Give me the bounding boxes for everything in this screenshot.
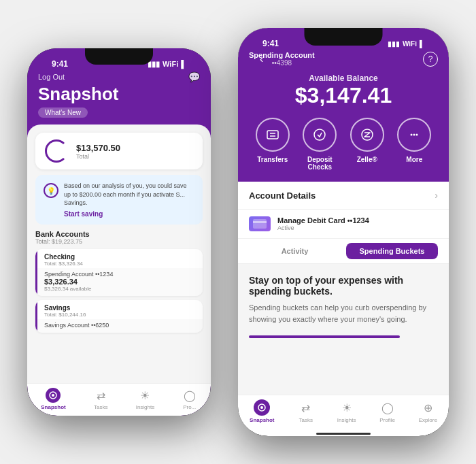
savings-light-icon: 💡 <box>44 183 58 198</box>
spending-description: Spending buckets can help you curb overs… <box>249 302 438 325</box>
nav-snapshot-right[interactable]: Snapshot <box>250 399 274 423</box>
time-left: 9:41 <box>52 59 68 69</box>
svg-point-9 <box>416 134 418 136</box>
savings-group[interactable]: Savings Total: $10,244.16 Savings Accoun… <box>35 300 203 333</box>
notch-right <box>305 28 383 46</box>
savings-account-item[interactable]: Savings Account ••6250 <box>35 319 203 333</box>
explore-label-right: Explore <box>419 417 437 423</box>
debit-card-row[interactable]: Manage Debit Card ••1234 Active <box>238 210 449 239</box>
total-label: Total <box>76 153 120 160</box>
svg-rect-2 <box>267 131 278 139</box>
account-number: ••4398 <box>249 59 315 67</box>
profile-nav-label: Pro... <box>183 404 196 410</box>
transfers-button[interactable]: Transfers <box>256 118 290 171</box>
deposit-checks-label: Deposit Checks <box>307 156 333 171</box>
debit-card-info: Manage Debit Card ••1234 Active <box>277 216 369 231</box>
nav-insights-right[interactable]: ☀ Insights <box>337 399 356 423</box>
zelle-button[interactable]: Zelle® <box>350 118 384 171</box>
snapshot-label-right: Snapshot <box>250 417 274 423</box>
signal-icon-right: ▮▮▮ <box>388 40 400 48</box>
debit-card-icon <box>249 216 271 231</box>
nav-insights-left[interactable]: ☀ Insights <box>136 388 155 410</box>
svg-point-7 <box>411 134 413 136</box>
home-indicator-right <box>316 433 371 435</box>
insights-nav-icon-right: ☀ <box>339 399 355 416</box>
tab-activity[interactable]: Activity <box>249 243 341 259</box>
insights-nav-icon: ☀ <box>137 388 152 403</box>
svg-point-8 <box>413 134 415 136</box>
snapshot-title: Snapshot <box>38 84 200 105</box>
wifi-icon: WiFi <box>163 60 178 68</box>
message-icon[interactable]: 💬 <box>188 71 200 82</box>
balance-ring-icon <box>45 139 68 163</box>
big-balance: $3,147.41 <box>249 83 438 108</box>
zelle-icon <box>350 118 384 152</box>
account-name: Spending Account <box>249 51 315 59</box>
tasks-nav-icon: ⇄ <box>93 388 108 403</box>
nav-snapshot-left[interactable]: Snapshot <box>41 388 65 410</box>
savings-promo-text: Based on our analysis of you, you could … <box>64 182 194 208</box>
status-icons-right: ▮▮▮ WiFi ▌ <box>388 40 424 48</box>
svg-point-13 <box>260 406 263 409</box>
spending-account-item[interactable]: Spending Account ••1234 $3,326.34 $3,326… <box>35 268 203 296</box>
zelle-label: Zelle® <box>357 156 377 163</box>
nav-profile-left[interactable]: ◯ Pro... <box>182 388 197 410</box>
tab-row: Activity Spending Buckets <box>238 239 449 264</box>
tasks-nav-icon-right: ⇄ <box>298 399 314 416</box>
spending-account-amount: $3,326.34 <box>44 278 196 286</box>
log-out-link[interactable]: Log Out <box>38 73 65 81</box>
nav-tasks-left[interactable]: ⇄ Tasks <box>93 388 108 410</box>
spending-title: Stay on top of your expenses with spendi… <box>249 275 438 297</box>
action-buttons: Transfers Deposit Checks <box>249 118 438 171</box>
svg-point-5 <box>314 129 325 140</box>
notch-left <box>85 48 153 65</box>
status-icons-left: ▮▮▮ WiFi ▌ <box>148 60 186 69</box>
available-label: Available Balance <box>249 73 438 83</box>
checking-name: Checking <box>44 253 196 261</box>
checking-group[interactable]: Checking Total: $3,326.34 Spending Accou… <box>35 249 203 296</box>
wifi-icon-right: WiFi <box>403 40 417 48</box>
checking-header: Checking Total: $3,326.34 <box>35 249 203 268</box>
back-button[interactable]: ‹ <box>260 53 263 65</box>
more-button[interactable]: More <box>397 118 431 171</box>
whats-new-badge[interactable]: What's New <box>38 107 88 118</box>
chevron-right-icon: › <box>435 190 438 201</box>
left-bottom-nav: Snapshot ⇄ Tasks ☀ Insights ◯ Pro... <box>27 383 211 416</box>
account-header-row: ‹ Spending Account ••4398 ? <box>249 51 438 67</box>
spending-progress-bar <box>249 335 400 338</box>
profile-nav-icon-right: ◯ <box>379 399 396 416</box>
more-icon <box>397 118 431 152</box>
snapshot-nav-icon <box>46 388 61 403</box>
savings-promo-card[interactable]: 💡 Based on our analysis of you, you coul… <box>35 175 203 225</box>
more-label: More <box>406 156 422 163</box>
battery-icon-right: ▌ <box>420 40 424 48</box>
nav-profile-right[interactable]: ◯ Profile <box>379 399 396 423</box>
debit-card-name: Manage Debit Card ••1234 <box>277 216 369 225</box>
account-title-block: Spending Account ••4398 <box>249 51 315 67</box>
spending-account-available: $3,326.34 available <box>44 286 196 292</box>
tab-spending-buckets[interactable]: Spending Buckets <box>346 243 438 259</box>
account-details-row[interactable]: Account Details › <box>238 182 449 210</box>
balance-card[interactable]: $13,570.50 Total <box>35 133 203 169</box>
bank-accounts-title: Bank Accounts <box>35 230 203 238</box>
right-body: Account Details › Manage Debit Card ••12… <box>238 182 449 395</box>
help-button[interactable]: ? <box>423 52 438 67</box>
spending-buckets-content: Stay on top of your expenses with spendi… <box>238 264 449 395</box>
svg-rect-11 <box>253 221 267 223</box>
left-phone: 9:41 ▮▮▮ WiFi ▌ Log Out 💬 Snapshot What'… <box>27 48 211 416</box>
nav-explore-right[interactable]: ⊕ Explore <box>419 399 437 423</box>
tasks-label-right: Tasks <box>299 417 312 423</box>
debit-card-status: Active <box>277 225 369 231</box>
profile-nav-icon: ◯ <box>182 388 197 403</box>
left-body: $13,570.50 Total 💡 Based on our analysis… <box>27 125 211 383</box>
savings-header: Savings Total: $10,244.16 <box>35 300 203 319</box>
start-saving-link[interactable]: Start saving <box>64 210 194 218</box>
bank-accounts-total: Total: $19,223.75 <box>35 238 203 245</box>
balance-info: $13,570.50 Total <box>76 143 120 160</box>
insights-nav-label: Insights <box>136 404 155 410</box>
deposit-checks-button[interactable]: Deposit Checks <box>303 118 337 171</box>
nav-tasks-right[interactable]: ⇄ Tasks <box>298 399 314 423</box>
svg-rect-10 <box>253 219 267 229</box>
tasks-nav-label: Tasks <box>94 404 107 410</box>
account-details-label: Account Details <box>249 190 316 201</box>
